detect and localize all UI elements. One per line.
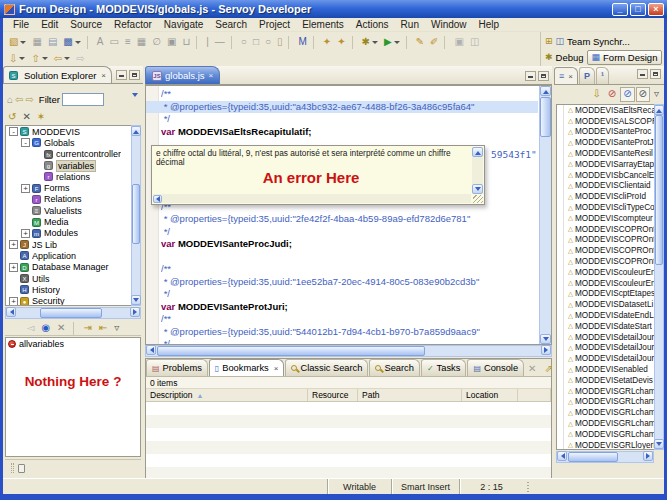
forward-icon[interactable]: ⇨ [25,94,33,105]
code-line[interactable]: * @properties={typeid:35,uuid:"1ee52ba7-… [161,276,538,289]
back-history-button[interactable]: ⇦ [51,51,73,66]
clipboard-tool-button[interactable]: ▯ [274,35,286,50]
hide-fields-button[interactable]: ⊘ [620,87,634,102]
maximize-outline-button[interactable] [650,69,661,79]
editor-horizontal-scrollbar[interactable] [145,345,552,357]
form-parts-button[interactable]: ▩ [60,35,83,50]
code-line[interactable]: * @properties={typeid:35,uuid:"a43bc932-… [146,101,538,114]
tree-item-security[interactable]: +●Security [6,295,131,306]
outline-item[interactable]: △MODDEVISALSCOPR [557,116,654,127]
link-with-editor-button[interactable]: ◫ [467,35,482,50]
menu-window[interactable]: Window [425,19,473,30]
tree-item-globals[interactable]: -GGlobals [6,137,131,148]
debug-launch-button[interactable]: ✱ [359,35,381,50]
attachment-tool-button[interactable]: ∅ [149,35,164,50]
column-header-description[interactable]: Description▲ [146,389,308,401]
hide-statics-button[interactable]: ⊘ [605,87,619,102]
tree-item-js-lib[interactable]: +JJS Lib [6,239,131,250]
tree-item-database-manager[interactable]: +DDatabase Manager [6,262,131,273]
outline-item[interactable]: △MODDEVISGRLcham [557,397,654,408]
outline-item[interactable]: △MODDEVIScliTypeCo [557,202,654,213]
expander-icon[interactable]: + [21,184,30,193]
forward-history-button[interactable]: ⇨ [73,51,87,66]
menu-refactor[interactable]: Refactor [108,19,158,30]
outline-item[interactable]: △MODDEVISarrayEtap [557,159,654,170]
editor-vertical-scrollbar[interactable] [539,86,551,344]
outline-item[interactable]: △MODDEVISdetailJour [557,343,654,354]
expander-icon[interactable]: + [9,297,18,306]
outline-item[interactable]: △MODDEVISetatDevis [557,375,654,386]
run-launch-button[interactable]: ▶ [381,35,403,50]
list-menu-button[interactable]: ▿ [111,321,122,336]
outline-item[interactable]: △MODDEVISGRLloyerE [557,440,654,450]
tree-item-media[interactable]: MMedia [6,216,131,227]
tab-properties[interactable]: P [579,67,595,84]
refresh-list-button[interactable]: ◉ [38,321,53,336]
outline-menu-button[interactable]: ▿ [651,87,662,102]
tree-item-moddevis[interactable]: -SMODDEVIS [6,126,131,137]
menu-file[interactable]: File [7,19,35,30]
label-tool-button[interactable]: ≡ [122,35,134,50]
tab-markers[interactable]: ¹ [596,67,609,84]
refresh-tree-button[interactable]: ↺ [5,109,19,124]
maximize-view-button[interactable] [129,70,140,80]
window-titlebar[interactable]: Form Design - MODDEVIS/globals.js - Serv… [0,0,667,18]
horizontal-line-tool-button[interactable]: — [212,35,228,50]
menu-navigate[interactable]: Navigate [158,19,209,30]
menu-help[interactable]: Help [473,19,506,30]
close-editor-tab-icon[interactable]: × [209,71,214,80]
tree-item-utils[interactable]: XUtils [6,273,131,284]
menu-elements[interactable]: Elements [296,19,350,30]
tooltip-horizontal-scrollbar[interactable] [153,194,471,203]
mark-occurrences-button[interactable]: ▣ [451,35,466,50]
tree-item-relations[interactable]: rrelations [6,171,131,182]
outline-item[interactable]: △MODDEVIScouleurEn [557,267,654,278]
portal-tool-button[interactable]: ▦ [134,35,149,50]
print-button[interactable]: ▤ [45,35,60,50]
tree-item-valuelists[interactable]: ≡Valuelists [6,205,131,216]
tree-item-forms[interactable]: +FForms [6,182,131,193]
tab-problems[interactable]: ▤Problems [146,359,208,376]
tree-item-relations[interactable]: rRelations [6,194,131,205]
maximize-editor-button[interactable] [538,71,549,81]
tab-classic-search[interactable]: Classic Search [285,359,368,376]
tooltip-resize-grip[interactable] [473,195,483,203]
media-button[interactable]: M [295,35,309,50]
code-line[interactable]: * @properties={typeid:35,uuid:"2fe42f2f-… [161,213,538,226]
menu-edit[interactable]: Edit [35,19,64,30]
outline-item[interactable]: △MODDEVISdateEndL [557,310,654,321]
rectangle-tool-button[interactable]: □ [250,35,262,50]
tree-item-variables[interactable]: gvariables [6,160,131,171]
outline-vertical-scrollbar[interactable] [654,104,664,450]
code-line[interactable]: */ [161,113,538,126]
external-tool-2-button[interactable]: ✐ [427,35,441,50]
expander-icon[interactable]: + [9,263,18,272]
perspective-team-synchronizing[interactable]: Team Synchr... [567,36,630,47]
vertical-line-tool-button[interactable]: | [203,35,212,50]
tree-vertical-scrollbar[interactable] [131,125,141,306]
menu-run[interactable]: Run [395,19,425,30]
tab-console[interactable]: ▤Console [467,359,524,376]
outline-item[interactable]: △MODDEVISenabled [557,364,654,375]
close-tab-icon[interactable]: × [274,364,279,373]
minimize-window-button[interactable]: _ [612,3,628,16]
next-annotation-button[interactable]: ⇩ [6,51,28,66]
outline-item[interactable]: △MODDEVISanteResil [557,148,654,159]
outline-item[interactable]: △MODDEVISCOPROnt [557,256,654,267]
tree-item-application[interactable]: AApplication [6,250,131,261]
outline-item[interactable]: △MODDEVIScptEtapes [557,289,654,300]
outline-item[interactable]: △MODDEVISGRLcham [557,386,654,397]
outline-item[interactable]: △MODDEVISGRLcham [557,429,654,440]
code-line[interactable]: var MODDEVISaEltsRecapitulatif; [161,126,538,139]
remove-item-button[interactable]: ✕ [54,321,68,336]
tab-search[interactable]: Search [369,359,419,376]
outline-item[interactable]: △MODDEVISdetailJour [557,332,654,343]
hide-non-public-button[interactable]: ⊘ [636,87,650,102]
perspective-debug[interactable]: Debug [556,52,584,63]
filter-input[interactable] [62,93,104,106]
move-all-button[interactable]: ⇤ [96,321,110,336]
key-tool-2-button[interactable]: ✦ [334,35,348,50]
minimize-view-button[interactable] [116,70,127,80]
move-sample-button[interactable]: ⇥ [81,321,95,336]
expander-icon[interactable]: - [9,127,18,136]
